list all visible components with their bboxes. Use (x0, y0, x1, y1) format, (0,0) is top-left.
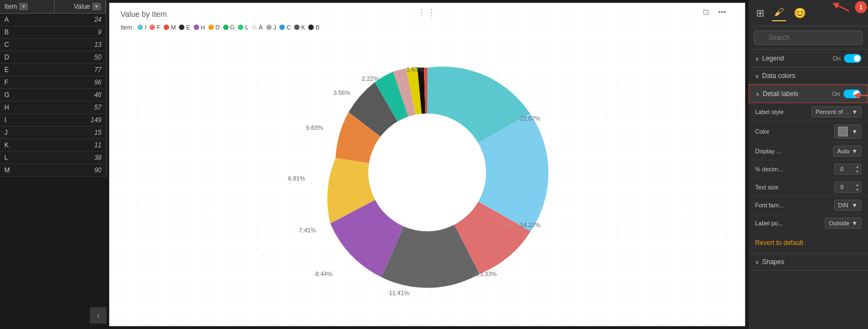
legend-dot (137, 25, 143, 30)
label-position-row: Label po... Outside ▼ (749, 214, 868, 232)
value-cell: 15 (54, 127, 106, 139)
item-cell: D (0, 51, 54, 63)
legend-dot (279, 25, 285, 30)
analytics-icon[interactable]: 😊 (792, 5, 808, 21)
label-pos-dropdown[interactable]: Outside ▼ (825, 218, 861, 229)
legend-item-b: B (308, 24, 319, 31)
donut-chart: 22.07% 14.22% 13.33% 11.41% 8.44% 7.41% … (296, 41, 558, 303)
value-header-label: Value (74, 3, 90, 10)
text-size-input[interactable] (835, 182, 854, 192)
data-colors-section: ∨ Data colors (749, 68, 868, 85)
dropdown-arrow-icon: ▼ (852, 109, 858, 115)
value-column-header[interactable]: Value ▼ (55, 0, 106, 13)
legend-label: Item (121, 24, 132, 31)
text-size-increment[interactable]: ▲ (854, 182, 861, 187)
display-label: Display ... (755, 148, 781, 154)
text-size-row: Text size ▲ ▼ (749, 178, 868, 196)
scroll-left-button[interactable]: ‹ (90, 307, 106, 324)
legend-item-f: F (149, 24, 160, 31)
chart-legend: Item IFMEHDGLAJCKB (121, 24, 320, 31)
value-cell: 38 (54, 152, 106, 164)
chart-area: ⋮⋮ ⊡ ••• Value by Item Item IFMEHDGLAJCK… (109, 3, 745, 326)
label-style-row: Label style Percent of ... ▼ (749, 103, 868, 121)
value-cell: 24 (54, 14, 106, 26)
donut-hole (368, 113, 486, 231)
legend-dot (266, 25, 272, 30)
table-row: J 15 (0, 127, 106, 139)
item-header-label: Item (4, 3, 17, 10)
value-cell: 50 (54, 51, 106, 63)
value-sort-icon[interactable]: ▼ (92, 3, 101, 10)
legend-item-label: K (301, 24, 305, 31)
item-cell: E (0, 64, 54, 76)
revert-section: Revert to default (749, 232, 868, 254)
display-dropdown-arrow: ▼ (852, 148, 858, 154)
text-size-decrement[interactable]: ▼ (854, 187, 861, 192)
legend-item-label: D (215, 24, 220, 31)
value-cell: 149 (54, 114, 106, 126)
table-body: A 24 B 9 C 13 D 50 E 77 F 96 G 46 H 57 I… (0, 14, 106, 177)
display-dropdown[interactable]: Auto ▼ (833, 146, 861, 157)
table-row: C 13 (0, 39, 106, 51)
panel-toolbar: ⊞ 🖌 😊 1 (749, 0, 868, 26)
color-row: Color ▼ (749, 121, 868, 142)
legend-item-label: L (245, 24, 248, 31)
item-cell: I (0, 114, 54, 126)
legend-item-l: L (238, 24, 248, 31)
shapes-header[interactable]: ∨ Shapes (749, 254, 868, 270)
value-cell: 96 (54, 76, 106, 88)
arrow-annotation-2 (846, 87, 868, 104)
decimals-decrement[interactable]: ▼ (854, 169, 861, 174)
drag-handle[interactable]: ⋮⋮ (417, 8, 437, 18)
legend-title: ∨ Legend (755, 55, 784, 62)
legend-dot (194, 25, 199, 30)
chevron-down-icon: ∨ (755, 56, 759, 62)
value-cell: 46 (54, 89, 106, 101)
legend-item-label: M (171, 24, 176, 31)
table-row: A 24 (0, 14, 106, 26)
font-fam-dropdown[interactable]: DIN ▼ (834, 200, 861, 211)
label-style-label: Label style (755, 109, 784, 115)
detail-labels-section: ∧ Detail labels On 2 (749, 85, 868, 103)
revert-button[interactable]: Revert to default (749, 235, 810, 251)
value-cell: 9 (54, 26, 106, 38)
sort-icon[interactable]: ▼ (19, 3, 28, 10)
expand-chart-button[interactable]: ⊡ (701, 7, 711, 17)
legend-dot (164, 25, 169, 30)
legend-item-label: G (230, 24, 235, 31)
legend-item-e: E (179, 24, 190, 31)
table-row: D 50 (0, 51, 106, 64)
table-icon[interactable]: ⊞ (754, 5, 767, 21)
more-options-button[interactable]: ••• (716, 7, 728, 17)
data-colors-header[interactable]: ∨ Data colors (749, 68, 868, 84)
legend-item-h: H (194, 24, 205, 31)
paint-roller-icon[interactable]: 🖌 (772, 4, 786, 21)
legend-header[interactable]: ∨ Legend On (749, 50, 868, 67)
color-dropdown[interactable]: ▼ (834, 124, 861, 139)
item-cell: L (0, 152, 54, 164)
legend-item-c: C (279, 24, 291, 31)
legend-dot (223, 25, 229, 30)
color-dropdown-arrow: ▼ (852, 128, 858, 135)
chart-title: Value by Item (121, 10, 167, 19)
legend-item-k: K (294, 24, 305, 31)
legend-toggle[interactable]: On (833, 54, 861, 63)
value-cell: 11 (54, 139, 106, 151)
legend-dot (208, 25, 214, 30)
legend-toggle-track[interactable] (844, 54, 861, 63)
display-row: Display ... Auto ▼ (749, 142, 868, 160)
decimals-increment[interactable]: ▲ (854, 164, 861, 169)
decimals-row: % decim... ▲ ▼ (749, 160, 868, 178)
decimals-input[interactable] (835, 164, 854, 174)
item-cell: H (0, 101, 54, 113)
label-style-dropdown[interactable]: Percent of ... ▼ (812, 106, 861, 117)
search-input[interactable] (754, 31, 863, 45)
table-header: Item ▼ Value ▼ (0, 0, 106, 14)
item-column-header[interactable]: Item ▼ (0, 0, 55, 13)
data-colors-title: ∨ Data colors (755, 72, 795, 80)
legend-section: ∨ Legend On (749, 50, 868, 68)
legend-item-label: I (145, 24, 146, 31)
detail-labels-title: ∧ Detail labels (756, 90, 798, 98)
decimals-input-wrapper: ▲ ▼ (834, 164, 861, 175)
legend-dot (252, 25, 257, 30)
